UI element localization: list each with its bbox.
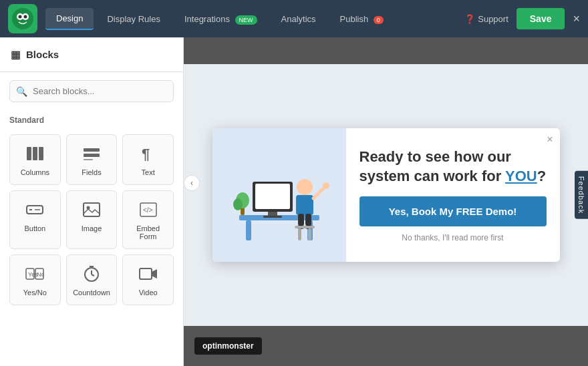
fields-icon bbox=[81, 143, 102, 164]
sidebar-collapse-button[interactable]: ‹ bbox=[184, 175, 200, 191]
sidebar-title: Blocks bbox=[26, 49, 59, 60]
svg-point-3 bbox=[19, 15, 22, 19]
block-yes-no[interactable]: Yes No Yes/No bbox=[9, 254, 61, 305]
publish-badge: 0 bbox=[374, 16, 384, 24]
countdown-icon bbox=[81, 263, 102, 285]
block-columns-label: Columns bbox=[21, 168, 49, 176]
video-icon bbox=[138, 263, 159, 285]
svg-rect-32 bbox=[255, 184, 290, 209]
svg-rect-48 bbox=[308, 228, 311, 240]
app-logo bbox=[8, 4, 37, 33]
popup-title: Ready to see how our system can work for… bbox=[359, 148, 547, 186]
nav-tab-integrations[interactable]: Integrations NEW bbox=[174, 9, 268, 29]
optinmonster-badge: optinmonster bbox=[194, 337, 262, 355]
svg-rect-7 bbox=[39, 147, 43, 160]
svg-line-25 bbox=[92, 274, 94, 276]
svg-rect-10 bbox=[84, 159, 93, 160]
nav-tab-design[interactable]: Design bbox=[45, 8, 94, 30]
block-countdown-label: Countdown bbox=[73, 289, 110, 297]
svg-rect-47 bbox=[298, 228, 301, 240]
popup-content: Ready to see how our system can work for… bbox=[346, 128, 560, 262]
block-video-label: Video bbox=[139, 289, 158, 297]
svg-rect-34 bbox=[263, 216, 282, 218]
yes-no-icon: Yes No bbox=[24, 263, 45, 285]
sidebar-header: ▦ Blocks bbox=[0, 37, 183, 72]
nav-tab-display-rules[interactable]: Display Rules bbox=[96, 9, 170, 29]
svg-rect-39 bbox=[296, 195, 313, 215]
svg-point-4 bbox=[24, 15, 27, 19]
block-fields[interactable]: Fields bbox=[66, 134, 118, 185]
svg-text:No: No bbox=[37, 271, 44, 278]
support-link[interactable]: ❓ Support bbox=[464, 14, 508, 24]
svg-rect-29 bbox=[246, 220, 251, 240]
block-button[interactable]: Button bbox=[9, 190, 61, 249]
close-button[interactable]: × bbox=[573, 12, 580, 26]
integrations-new-badge: NEW bbox=[235, 15, 257, 25]
popup-close-button[interactable]: × bbox=[547, 134, 553, 146]
svg-rect-5 bbox=[27, 147, 31, 160]
search-input[interactable] bbox=[9, 80, 174, 102]
image-icon bbox=[81, 199, 102, 220]
block-image-label: Image bbox=[82, 224, 102, 232]
block-embed-form[interactable]: </> Embed Form bbox=[122, 190, 174, 249]
columns-icon bbox=[24, 143, 45, 164]
block-countdown[interactable]: Countdown bbox=[66, 254, 118, 305]
nav-tab-publish[interactable]: Publish 0 bbox=[329, 9, 394, 29]
svg-text:</>: </> bbox=[143, 206, 153, 214]
block-video[interactable]: Video bbox=[122, 254, 174, 305]
popup-illustration bbox=[226, 142, 333, 248]
popup-card: × bbox=[212, 128, 560, 262]
nav-tab-analytics[interactable]: Analytics bbox=[271, 9, 327, 29]
text-icon: ¶ bbox=[138, 143, 159, 164]
block-text-label: Text bbox=[142, 168, 155, 176]
block-columns[interactable]: Columns bbox=[9, 134, 61, 185]
button-icon bbox=[24, 199, 45, 220]
block-fields-label: Fields bbox=[82, 168, 101, 176]
svg-point-38 bbox=[297, 179, 313, 195]
top-nav: Design Display Rules Integrations NEW An… bbox=[0, 0, 588, 37]
block-text[interactable]: ¶ Text bbox=[122, 134, 174, 185]
svg-rect-33 bbox=[268, 212, 277, 216]
save-button[interactable]: Save bbox=[517, 8, 565, 29]
svg-rect-27 bbox=[140, 268, 152, 279]
svg-text:¶: ¶ bbox=[142, 146, 150, 162]
canvas-top-bar bbox=[184, 37, 588, 64]
section-standard: Standard bbox=[0, 110, 183, 129]
svg-line-40 bbox=[313, 187, 325, 198]
svg-rect-8 bbox=[84, 148, 100, 152]
blocks-icon: ▦ bbox=[11, 48, 21, 61]
popup-illustration-area bbox=[212, 128, 346, 262]
popup-decline-link[interactable]: No thanks, I'll read more first bbox=[359, 233, 547, 242]
block-image[interactable]: Image bbox=[66, 190, 118, 249]
svg-rect-43 bbox=[305, 214, 311, 226]
block-button-label: Button bbox=[24, 224, 45, 232]
canvas-bottom-bar: optinmonster bbox=[184, 326, 588, 366]
block-embed-form-label: Embed Form bbox=[128, 224, 168, 240]
svg-rect-46 bbox=[295, 226, 315, 228]
sidebar: ▦ Blocks 🔍 Standard Columns Fields bbox=[0, 37, 184, 366]
svg-rect-42 bbox=[298, 214, 304, 226]
canvas-middle: × bbox=[184, 64, 588, 326]
popup-cta-button[interactable]: Yes, Book My FREE Demo! bbox=[359, 196, 547, 226]
main-layout: ▦ Blocks 🔍 Standard Columns Fields bbox=[0, 37, 588, 366]
feedback-tab[interactable]: Feedback bbox=[575, 171, 588, 219]
svg-rect-15 bbox=[84, 203, 100, 216]
embed-form-icon: </> bbox=[138, 199, 159, 220]
search-box: 🔍 bbox=[9, 80, 174, 102]
search-icon: 🔍 bbox=[16, 86, 27, 97]
svg-rect-9 bbox=[84, 154, 100, 157]
block-yes-no-label: Yes/No bbox=[23, 289, 47, 297]
blocks-grid: Columns Fields ¶ Text Butto bbox=[0, 129, 183, 311]
svg-point-41 bbox=[323, 182, 329, 189]
svg-point-37 bbox=[233, 198, 243, 210]
svg-rect-6 bbox=[33, 147, 37, 160]
canvas-area: × bbox=[184, 37, 588, 366]
